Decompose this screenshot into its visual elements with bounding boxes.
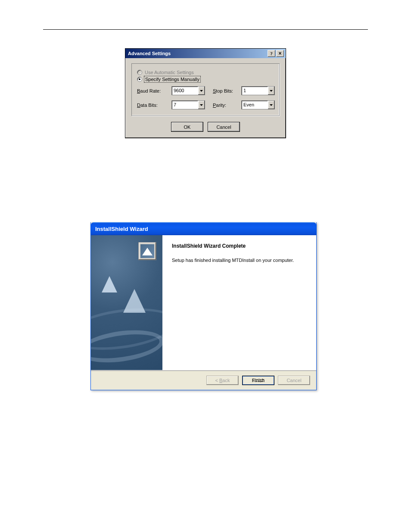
data-bits-select[interactable]: 7 — [171, 100, 205, 109]
stop-bits-label: Stop Bits: — [213, 88, 234, 93]
radio-auto-label: Use Automatic Settings — [145, 70, 194, 75]
parity-value: Even — [242, 101, 268, 109]
svg-marker-0 — [200, 90, 203, 92]
horizontal-rule — [43, 29, 368, 30]
wizard-footer: < Back Finish Cancel — [91, 370, 316, 390]
radio-manual-row[interactable]: Specify Settings Manually — [137, 77, 274, 82]
stop-bits-select[interactable]: 1 — [241, 86, 275, 95]
chevron-down-icon[interactable] — [198, 101, 205, 109]
svg-marker-1 — [270, 90, 273, 92]
radio-auto — [137, 70, 142, 75]
titlebar[interactable]: InstallShield Wizard — [91, 222, 316, 235]
back-button: < Back — [206, 376, 239, 385]
finish-button[interactable]: Finish — [242, 376, 274, 385]
chevron-down-icon[interactable] — [268, 101, 274, 109]
help-button[interactable]: ? — [268, 50, 275, 57]
chevron-down-icon[interactable] — [198, 87, 205, 95]
stop-bits-value: 1 — [242, 87, 268, 95]
svg-marker-2 — [200, 104, 203, 106]
wizard-body-text: Setup has finished installing MTDInstall… — [172, 258, 307, 263]
ok-button[interactable]: OK — [171, 122, 203, 132]
help-icon: ? — [270, 51, 273, 56]
data-bits-label: Data Bits: — [137, 103, 164, 108]
cancel-button[interactable]: Cancel — [208, 122, 240, 132]
titlebar[interactable]: Advanced Settings ? × — [125, 49, 286, 58]
chevron-down-icon[interactable] — [268, 87, 274, 95]
dialog-content: InstallShield Wizard Complete Setup has … — [91, 235, 316, 370]
svg-marker-3 — [270, 104, 273, 106]
installshield-logo-icon — [138, 242, 156, 260]
baud-rate-select[interactable]: 9600 — [171, 86, 205, 95]
close-icon: × — [278, 51, 281, 56]
baud-rate-label: Baud Rate: — [137, 88, 164, 93]
radio-manual[interactable] — [137, 77, 142, 82]
installshield-wizard-dialog: InstallShield Wizard InstallShield Wizar… — [90, 222, 317, 390]
titlebar-text: InstallShield Wizard — [95, 226, 148, 232]
wizard-heading: InstallShield Wizard Complete — [172, 243, 307, 249]
advanced-settings-dialog: Advanced Settings ? × Use Automatic Sett… — [125, 48, 286, 138]
radio-manual-label: Specify Settings Manually — [145, 77, 200, 82]
titlebar-text: Advanced Settings — [127, 51, 267, 56]
settings-groupbox: Use Automatic Settings Specify Settings … — [131, 63, 280, 116]
cancel-button: Cancel — [278, 376, 310, 385]
close-button[interactable]: × — [276, 50, 284, 57]
data-bits-value: 7 — [172, 101, 198, 109]
parity-select[interactable]: Even — [241, 100, 275, 109]
radio-auto-row[interactable]: Use Automatic Settings — [137, 70, 274, 75]
parity-label: Parity: — [213, 103, 234, 108]
baud-rate-value: 9600 — [172, 87, 198, 95]
wizard-main-panel: InstallShield Wizard Complete Setup has … — [162, 235, 316, 370]
